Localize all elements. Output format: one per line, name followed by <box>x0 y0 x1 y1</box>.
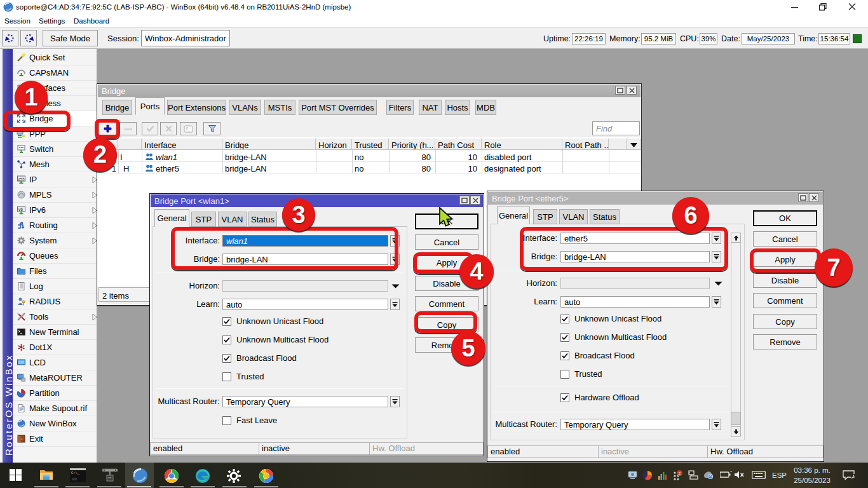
svg-text:C:\_: C:\_ <box>71 471 80 475</box>
svg-text:v6: v6 <box>18 207 23 212</box>
svg-text:usb: usb <box>108 477 112 479</box>
svg-text:255: 255 <box>18 177 25 181</box>
